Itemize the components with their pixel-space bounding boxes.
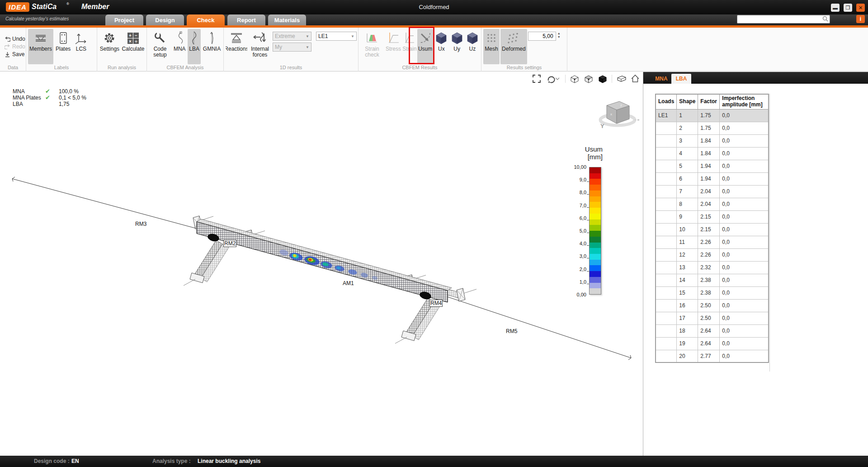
legend-tick-mark	[587, 220, 589, 220]
table-cell-loads	[656, 324, 677, 337]
stress-icon	[387, 30, 400, 46]
table-row[interactable]: 92.150,0	[656, 210, 769, 223]
search-box[interactable]	[737, 15, 830, 24]
viewport-toolbar	[532, 74, 640, 84]
solid-view-icon[interactable]	[598, 74, 608, 84]
table-row[interactable]: 132.320,0	[656, 261, 769, 274]
scale-value-input[interactable]	[528, 32, 556, 41]
save-button[interactable]: Save	[4, 51, 26, 57]
table-row[interactable]: 41.840,0	[656, 147, 769, 160]
model-viewport[interactable]: MNA ✔ 100,0 % MNA Plates ✔ 0,1 < 5,0 % L…	[0, 72, 643, 456]
tab-report[interactable]: Report	[227, 14, 265, 25]
load-case-dropdown[interactable]: LE1▼	[316, 32, 357, 41]
calculate-button[interactable]: +−×÷ Calculate	[121, 29, 145, 64]
gmnia-button[interactable]: GMNIA	[202, 29, 222, 64]
status-row-mna: MNA ✔ 100,0 %	[13, 88, 86, 95]
settings-button[interactable]: Settings	[99, 29, 120, 64]
mna-button[interactable]: MNA	[172, 29, 187, 64]
table-row[interactable]: 102.150,0	[656, 223, 769, 236]
table-cell-factor: 2.77	[698, 350, 720, 362]
uz-button[interactable]: Uz	[465, 29, 480, 64]
mesh-button[interactable]: Mesh	[483, 29, 500, 64]
legend-color-band	[590, 185, 601, 191]
settings-gear-icon	[103, 30, 116, 46]
lcs-icon	[74, 30, 88, 46]
table-row[interactable]: 31.840,0	[656, 134, 769, 147]
legend-tick-label: 1,0	[580, 279, 586, 285]
redo-button[interactable]: Redo	[4, 43, 26, 50]
gmnia-curve-icon	[208, 30, 215, 46]
table-cell-factor: 2.04	[698, 198, 720, 210]
table-row[interactable]: 82.040,0	[656, 198, 769, 210]
info-button[interactable]: i	[856, 15, 865, 23]
strain-button[interactable]: Strain	[403, 29, 416, 64]
undo-button[interactable]: Undo	[4, 36, 26, 42]
uy-button[interactable]: Uy	[450, 29, 464, 64]
table-cell-imperfection: 0,0	[720, 324, 769, 337]
shaded-view-icon[interactable]	[584, 74, 594, 84]
table-row[interactable]: 162.500,0	[656, 299, 769, 312]
legend-tick-label: 2,0	[580, 267, 586, 272]
calculate-icon: +−×÷	[127, 30, 139, 46]
legend-tick-mark	[587, 207, 589, 208]
lba-curve-icon	[190, 30, 198, 46]
table-cell-factor: 2.50	[698, 312, 720, 324]
section-clip-icon[interactable]	[616, 74, 626, 84]
table-cell-imperfection: 0,0	[720, 248, 769, 261]
document-title: Coldformed	[0, 4, 868, 10]
table-row[interactable]: 152.380,0	[656, 286, 769, 299]
tab-materials[interactable]: Materials	[268, 14, 306, 25]
table-row[interactable]: 202.770,0	[656, 350, 769, 362]
legend-tick-label: 9,0	[580, 177, 586, 182]
lba-button[interactable]: LBA	[188, 29, 201, 64]
usum-button[interactable]: Usum	[417, 29, 433, 64]
table-row[interactable]: 122.260,0	[656, 248, 769, 261]
deformed-scale-spinner[interactable]: ▲▼	[528, 29, 561, 64]
zoom-fit-icon[interactable]	[532, 74, 542, 84]
table-row[interactable]: 72.040,0	[656, 185, 769, 198]
maximize-button[interactable]: ❒	[844, 4, 852, 12]
table-row[interactable]: 51.940,0	[656, 160, 769, 172]
stress-button[interactable]: Stress	[385, 29, 402, 64]
wireframe-view-icon[interactable]	[570, 74, 580, 84]
tab-project[interactable]: Project	[105, 14, 143, 25]
legend-tick-mark	[587, 284, 589, 284]
code-setup-button[interactable]: Code setup	[149, 29, 171, 64]
spinner-up-icon[interactable]: ▲	[557, 32, 561, 35]
table-row[interactable]: 182.640,0	[656, 324, 769, 337]
table-row[interactable]: 112.260,0	[656, 236, 769, 248]
panel-tab-mna[interactable]: MNA	[651, 74, 671, 84]
table-row[interactable]: 192.640,0	[656, 337, 769, 350]
table-row[interactable]: 61.940,0	[656, 172, 769, 185]
table-row[interactable]: 142.380,0	[656, 274, 769, 286]
minimize-button[interactable]: ▬	[831, 4, 840, 12]
table-cell-loads	[656, 299, 677, 312]
tab-check[interactable]: Check	[187, 14, 225, 25]
table-row[interactable]: LE111.750,0	[656, 109, 769, 122]
home-view-icon[interactable]	[630, 74, 640, 84]
table-row[interactable]: 21.750,0	[656, 122, 769, 134]
table-row[interactable]: 172.500,0	[656, 312, 769, 324]
member-label-rm2: RM2	[223, 240, 236, 247]
spinner-down-icon[interactable]: ▼	[557, 35, 561, 39]
view-cube[interactable]: Y x z	[597, 97, 640, 130]
table-cell-shape: 12	[677, 248, 698, 261]
strain-check-button[interactable]: Strain check	[360, 29, 384, 64]
extreme-dropdown[interactable]: Extreme▼	[273, 32, 311, 41]
panel-tab-lba[interactable]: LBA	[671, 74, 691, 84]
tab-design[interactable]: Design	[146, 14, 184, 25]
deformed-button[interactable]: Deformed	[500, 29, 527, 64]
my-dropdown[interactable]: My▼	[273, 43, 311, 52]
lcs-button[interactable]: LCS	[73, 29, 89, 64]
close-button[interactable]: ✕	[856, 4, 865, 12]
legend-color-band	[590, 167, 601, 173]
members-button[interactable]: Members	[28, 29, 53, 64]
internal-forces-button[interactable]: Internal forces	[248, 29, 272, 64]
ux-button[interactable]: Ux	[434, 29, 448, 64]
group-cbfem-results: Strain check Stress Strain Usum Ux	[359, 28, 481, 71]
reactions-button[interactable]: Reactions	[226, 29, 247, 64]
search-input[interactable]	[737, 16, 821, 23]
plates-button[interactable]: Plates	[54, 29, 72, 64]
group-label-data: Data	[0, 64, 26, 71]
rotate-view-icon[interactable]	[546, 74, 561, 84]
